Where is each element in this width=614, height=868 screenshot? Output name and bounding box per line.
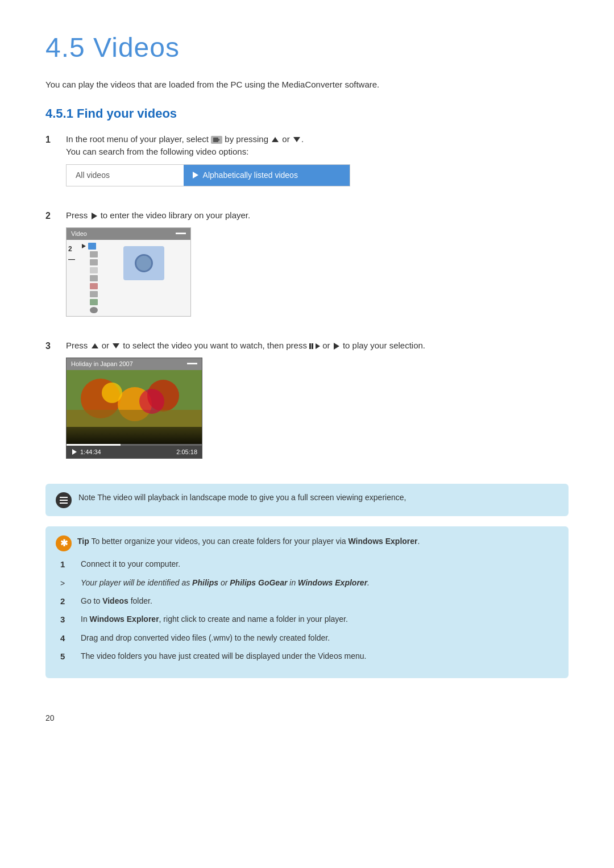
footer-play-icon <box>72 449 77 455</box>
tip-header: ✱ Tip To better organize your videos, yo… <box>56 535 558 551</box>
play-icon-step2 <box>92 213 97 219</box>
video-library-screenshot: Video ▬▬ 2— <box>66 227 191 317</box>
step-3: 3 Press or to select the video you want … <box>45 339 569 473</box>
tip-label: Tip <box>77 537 89 546</box>
tip-step-arrow: > Your player will be identified as Phil… <box>60 577 558 589</box>
tip-intro-text: Tip To better organize your videos, you … <box>77 535 420 547</box>
svg-rect-9 <box>67 427 202 444</box>
tip-step-3: 3 In Windows Explorer, right click to cr… <box>60 613 558 626</box>
sidebar-icons <box>81 243 98 313</box>
tip-step-2-text: Go to Videos folder. <box>81 595 152 607</box>
sidebar-icon-8 <box>90 299 98 305</box>
tip-step-1-text: Connect it to your computer. <box>81 558 180 570</box>
sidebar-icon-7 <box>90 291 98 297</box>
step-3-number: 3 <box>45 339 66 353</box>
sidebar-row-video <box>81 243 98 250</box>
tip-step-4-num: 4 <box>60 632 74 645</box>
tip-intro: To better organize your videos, you can … <box>91 537 348 546</box>
svg-rect-6 <box>67 410 202 444</box>
note-line-3 <box>60 502 68 504</box>
device-header-title: Video <box>71 229 87 239</box>
tip-step-arrow-text: Your player will be identified as Philip… <box>81 577 370 589</box>
video-image-svg <box>67 370 202 444</box>
tip-step-4: 4 Drag and drop converted video files (.… <box>60 632 558 645</box>
step2-label: 2— <box>68 244 78 264</box>
video-menu-icon <box>211 136 222 144</box>
camera-lens <box>135 254 153 272</box>
tip-icon: ✱ <box>56 535 72 551</box>
all-videos-option: All videos <box>67 165 184 186</box>
arrow-up-icon <box>272 137 279 142</box>
sidebar-icon-9 <box>90 307 98 313</box>
tip-step-1: 1 Connect it to your computer. <box>60 558 558 571</box>
tip-step-2: 2 Go to Videos folder. <box>60 595 558 608</box>
step-2: 2 Press to enter the video library on yo… <box>45 209 569 328</box>
note-text: Note The video will playback in landscap… <box>78 492 406 504</box>
sidebar-video-icon <box>88 243 96 250</box>
device-header-icon: ▬▬ <box>176 229 186 239</box>
camera-illustration <box>123 246 164 280</box>
play-button-footer: 1:44:34 <box>71 447 101 457</box>
sidebar-icon-4 <box>90 267 98 273</box>
tip-windows-explorer: Windows Explorer <box>349 537 418 546</box>
page-title: 4.5 Videos <box>45 27 569 68</box>
tip-box: ✱ Tip To better organize your videos, yo… <box>45 526 569 678</box>
tip-step-5-num: 5 <box>60 650 74 663</box>
svg-point-7 <box>102 383 122 403</box>
arrow-down-icon <box>293 137 300 142</box>
video-options-table: All videos Alphabetically listed videos <box>66 164 350 186</box>
note-line-2 <box>60 500 68 501</box>
subsection-title: 4.5.1 Find your videos <box>45 104 569 123</box>
option-arrow-icon <box>193 172 198 178</box>
tip-step-1-num: 1 <box>60 558 74 571</box>
step-2-text: Press to enter the video library on your… <box>66 209 569 222</box>
page-footer: 20 <box>45 712 569 724</box>
arrow-text-italic: Your player will be identified as Philip… <box>81 578 370 587</box>
video-thumbnail <box>67 370 202 444</box>
tip-step-4-text: Drag and drop converted video files (.wm… <box>81 632 330 644</box>
tip-step-5: 5 The video folders you have just create… <box>60 650 558 663</box>
playback-header-icon: ▬▬ <box>187 359 197 369</box>
video-title: Holiday in Japan 2007 <box>71 359 133 369</box>
device-header: Video ▬▬ <box>67 228 190 240</box>
sidebar-icon-2 <box>90 251 98 258</box>
tip-step-2-num: 2 <box>60 595 74 608</box>
playback-header: Holiday in Japan 2007 ▬▬ <box>67 358 202 370</box>
tip-step-5-text: The video folders you have just created … <box>81 650 367 662</box>
total-time: 2:05:18 <box>176 447 197 457</box>
page-number: 20 <box>45 713 55 722</box>
tip-steps: 1 Connect it to your computer. > Your pl… <box>56 558 558 663</box>
step-3-text: Press or to select the video you want to… <box>66 339 569 352</box>
intro-paragraph: You can play the videos that are loaded … <box>45 78 569 92</box>
tip-step-3-num: 3 <box>60 613 74 626</box>
svg-rect-0 <box>213 138 218 142</box>
step-1-number: 1 <box>45 133 66 147</box>
note-icon <box>56 492 72 508</box>
play-pause-icon <box>309 343 320 349</box>
note-box: Note The video will playback in landscap… <box>45 484 569 516</box>
video-playback-screenshot: Holiday in Japan 2007 ▬▬ <box>66 358 202 459</box>
alphabetically-label: Alphabetically listed videos <box>203 169 298 181</box>
sidebar-icon-6 <box>90 283 98 289</box>
tip-step-3-text: In Windows Explorer, right click to crea… <box>81 613 348 625</box>
arrow-up-icon-step3 <box>92 343 98 348</box>
tip-period: . <box>418 537 420 546</box>
play-icon-step3 <box>334 343 339 350</box>
svg-marker-1 <box>218 139 220 141</box>
current-time: 1:44:34 <box>80 447 101 457</box>
step-1: 1 In the root menu of your player, selec… <box>45 133 569 198</box>
sidebar-icon-3 <box>90 259 98 265</box>
note-line-1 <box>60 497 68 498</box>
arrow-label: > <box>60 577 74 589</box>
playback-footer: 1:44:34 2:05:18 <box>67 446 202 459</box>
arrow-down-icon-step3 <box>113 343 119 348</box>
svg-point-8 <box>139 389 164 414</box>
step-2-number: 2 <box>45 209 66 223</box>
sidebar-icon-5 <box>90 275 98 281</box>
step-1-content: In the root menu of your player, select … <box>66 133 569 198</box>
step-3-content: Press or to select the video you want to… <box>66 339 569 473</box>
step-1-text: In the root menu of your player, select … <box>66 133 569 159</box>
sidebar-arrow <box>82 244 86 248</box>
alphabetically-option: Alphabetically listed videos <box>184 165 350 186</box>
step-2-content: Press to enter the video library on your… <box>66 209 569 328</box>
